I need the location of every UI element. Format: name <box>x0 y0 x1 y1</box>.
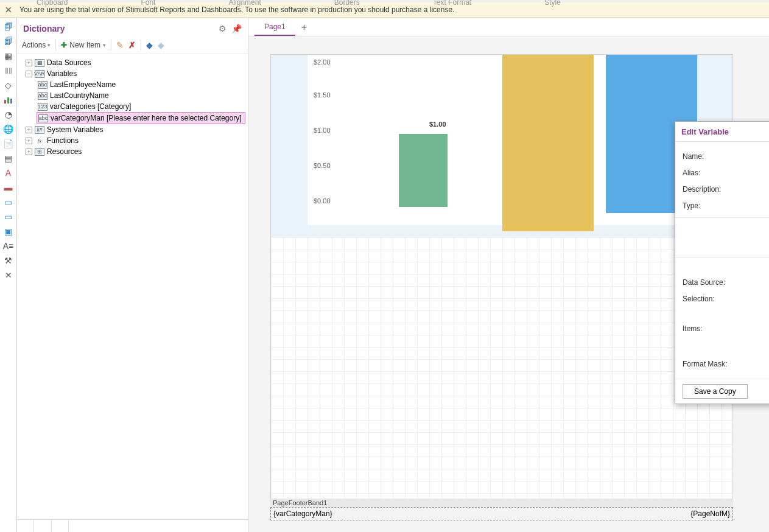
panel-icon[interactable]: ▭ <box>3 197 14 208</box>
datasource-icon: ▦ <box>35 59 44 67</box>
tab-page1[interactable]: Page1 <box>255 19 295 36</box>
dictionary-title: Dictionary <box>23 24 214 33</box>
edit-icon[interactable]: ✎ <box>116 40 124 50</box>
move-down-icon[interactable]: ◆ <box>158 40 164 50</box>
fx-icon: fx <box>35 137 44 145</box>
bottom-tab[interactable] <box>17 520 34 532</box>
label-format-mask: Format Mask: <box>683 360 769 368</box>
bottom-tab[interactable] <box>34 520 51 532</box>
label-description: Description: <box>683 185 769 194</box>
doc-icon[interactable]: 📄 <box>3 138 14 149</box>
trial-text: You are using the trial version of Stimu… <box>19 5 454 14</box>
footer-right-expr: {PageNofM} <box>690 509 730 518</box>
tree-node-functions[interactable]: + fx Functions <box>24 135 245 146</box>
barcode-icon[interactable]: ⦀⦀ <box>3 65 14 76</box>
dialog-title: Edit Variable <box>681 127 769 136</box>
page-body[interactable]: $2.00 $1.50 $1.00 $0.50 $0.00 $1.00 <box>270 54 733 505</box>
tree-node-variable[interactable]: abc LastCountryName <box>37 90 245 101</box>
chart-bar <box>502 55 594 231</box>
ribbon-groups: Clipboard Font Alignment Borders Text Fo… <box>0 0 769 2</box>
label-items: Items: <box>683 309 769 333</box>
label-selection: Selection: <box>683 295 769 303</box>
doc-icon[interactable]: ▤ <box>3 153 14 164</box>
actions-menu[interactable]: Actions▾ <box>22 41 51 49</box>
tool-icon[interactable]: 🗐 <box>3 21 14 32</box>
expand-icon[interactable]: + <box>26 127 32 133</box>
panel-icon[interactable]: ▣ <box>3 226 14 237</box>
abc-icon: abc <box>38 114 48 122</box>
page-footer-band[interactable]: PageFooterBand1 {varCategoryMan} {PageNo… <box>270 499 733 523</box>
tree-node-variable[interactable]: 123 varCategories [Category] <box>37 101 245 112</box>
svg-rect-0 <box>4 100 6 103</box>
svg-rect-1 <box>7 97 9 103</box>
label-alias: Alias: <box>683 169 769 177</box>
edit-variable-dialog: Edit Variable ? ✕ Name: Alias: Descripti… <box>675 121 769 404</box>
design-canvas: Page1 + $2.00 $1.50 $1.00 $0.50 $0.00 $1… <box>248 18 769 532</box>
axis-hover-label: $1.00 <box>429 121 446 128</box>
delete-icon[interactable]: ✗ <box>128 40 136 50</box>
expand-icon[interactable]: + <box>26 138 32 144</box>
tool-icon[interactable]: ▦ <box>3 51 14 61</box>
shape-icon[interactable]: ◇ <box>3 80 14 91</box>
label-data-source: Data Source: <box>683 278 769 287</box>
doc-icon[interactable]: A <box>3 167 14 178</box>
collapse-icon[interactable]: − <box>26 71 32 77</box>
globe-icon[interactable]: 🌐 <box>3 124 14 135</box>
chart-bar <box>399 134 448 207</box>
chart-icon[interactable] <box>3 94 14 105</box>
settings-icon[interactable]: ✕ <box>3 270 14 281</box>
dictionary-panel: Dictionary ⚙ 📌 Actions▾ ✚New Item▾ ✎ ✗ ◆… <box>17 18 248 532</box>
tool-icon[interactable]: 🗐 <box>3 36 14 47</box>
trial-banner: ✕ You are using the trial version of Sti… <box>0 2 769 18</box>
abc-icon: abc <box>38 81 47 89</box>
expand-icon[interactable]: + <box>26 60 32 66</box>
save-copy-button[interactable]: Save a Copy <box>683 384 748 399</box>
bottom-tab[interactable] <box>52 520 69 532</box>
sysvar-icon: x# <box>35 126 44 134</box>
footer-left-expr: {varCategoryMan} <box>273 509 332 518</box>
resources-icon: ⊞ <box>35 148 44 156</box>
label-type: Type: <box>683 201 769 210</box>
dictionary-tree: + ▦ Data Sources − VAR Variables abc Las… <box>17 54 248 161</box>
dictionary-toolbar: Actions▾ ✚New Item▾ ✎ ✗ ◆ ◆ <box>17 37 248 54</box>
text-icon[interactable]: A≡ <box>3 240 14 251</box>
svg-rect-2 <box>10 99 12 103</box>
new-item-menu[interactable]: ✚New Item▾ <box>61 41 106 49</box>
gear-icon[interactable]: ⚙ <box>219 24 226 33</box>
abc-icon: abc <box>38 92 47 100</box>
footer-content[interactable]: {varCategoryMan} {PageNofM} <box>270 507 733 520</box>
left-toolbar: 🗐 🗐 ▦ ⦀⦀ ◇ ◔ 🌐 📄 ▤ A ▬ ▭ ▭ ▣ A≡ ⚒ ✕ <box>0 18 17 532</box>
move-up-icon[interactable]: ◆ <box>146 40 153 50</box>
label-name: Name: <box>683 152 769 161</box>
page-tabs: Page1 + <box>248 18 769 37</box>
dictionary-bottom-tabs <box>17 519 248 532</box>
band-name: PageFooterBand1 <box>270 499 733 507</box>
tool-icon[interactable]: ⚒ <box>3 255 14 266</box>
tree-node-variable[interactable]: abc LastEmployeeName <box>37 79 245 90</box>
panel-icon[interactable]: ▭ <box>3 211 14 222</box>
variables-icon: VAR <box>35 70 44 78</box>
gauge-icon[interactable]: ◔ <box>3 109 14 120</box>
tree-node-system-variables[interactable]: + x# System Variables <box>24 124 245 135</box>
tree-node-resources[interactable]: + ⊞ Resources <box>24 146 245 157</box>
num-icon: 123 <box>38 103 47 111</box>
pin-icon[interactable]: 📌 <box>231 24 242 33</box>
tree-node-variable-selected[interactable]: abc varCategoryMan [Please enter here th… <box>37 112 245 124</box>
chart-plot: $2.00 $1.50 $1.00 $0.50 $0.00 $1.00 <box>307 55 697 225</box>
close-icon[interactable]: ✕ <box>5 5 12 15</box>
expand-icon[interactable]: + <box>26 149 32 155</box>
tree-node-variables[interactable]: − VAR Variables <box>24 68 245 79</box>
add-page-icon[interactable]: + <box>301 22 307 33</box>
tree-node-data-sources[interactable]: + ▦ Data Sources <box>24 57 245 68</box>
doc-icon[interactable]: ▬ <box>3 182 14 193</box>
chart-band[interactable]: $2.00 $1.50 $1.00 $0.50 $0.00 $1.00 <box>271 55 732 237</box>
